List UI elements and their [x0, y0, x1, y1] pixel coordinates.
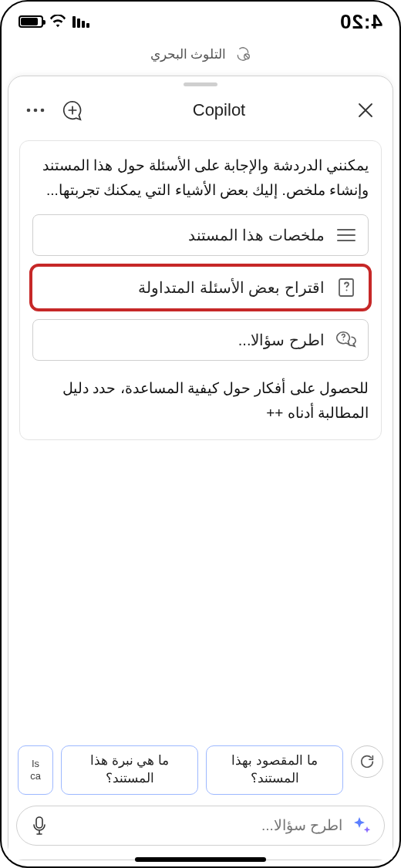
- copilot-sheet: Copilot يمكنني الدردشة والإجابة على الأس…: [8, 76, 393, 860]
- close-button[interactable]: [352, 97, 379, 123]
- svg-point-5: [346, 289, 348, 291]
- chat-question-icon: [335, 329, 357, 351]
- document-title: التلوث البحري: [150, 46, 227, 62]
- chat-input[interactable]: [59, 817, 342, 834]
- option-faq[interactable]: اقتراح بعض الأسئلة المتداولة: [32, 267, 369, 308]
- cellular-icon: [72, 15, 89, 28]
- new-chat-button[interactable]: [59, 97, 86, 123]
- clock: 4:20: [339, 10, 382, 34]
- question-doc-icon: [335, 277, 357, 298]
- suggestion-partial-top: Is: [30, 758, 41, 770]
- option-ask-label: اطرح سؤالا...: [44, 331, 325, 349]
- document-title-bar: التلوث البحري: [2, 39, 399, 69]
- option-summarize-label: ملخصات هذا المستند: [44, 226, 325, 244]
- more-button[interactable]: [22, 97, 49, 123]
- intro-card: يمكنني الدردشة والإجابة على الأسئلة حول …: [19, 140, 382, 440]
- suggestion-pill-tone[interactable]: ما هي نبرة هذا المستند؟: [61, 745, 198, 795]
- sheet-grabber[interactable]: [184, 82, 217, 86]
- svg-point-2: [34, 109, 38, 113]
- svg-rect-7: [36, 817, 42, 828]
- suggestion-partial-bottom: ca: [30, 770, 41, 782]
- option-summarize[interactable]: ملخصات هذا المستند: [32, 214, 369, 256]
- bottom-area: Is ca ما هي نبرة هذا المستند؟ ما المقصود…: [8, 736, 393, 860]
- sync-off-icon: [235, 46, 251, 62]
- suggestion-pill-tone-label: ما هي نبرة هذا المستند؟: [71, 752, 188, 788]
- suggestion-pill-partial[interactable]: Is ca: [18, 745, 53, 795]
- svg-point-3: [41, 109, 45, 113]
- suggestion-pill-about-label: ما المقصود بهذا المستند؟: [216, 752, 333, 788]
- option-faq-label: اقتراح بعض الأسئلة المتداولة: [44, 278, 325, 297]
- battery-icon: [19, 15, 43, 28]
- copilot-header: Copilot: [8, 93, 393, 134]
- chat-input-bar: [16, 806, 385, 846]
- intro-text: يمكنني الدردشة والإجابة على الأسئلة حول …: [32, 153, 369, 204]
- suggestion-row: Is ca ما هي نبرة هذا المستند؟ ما المقصود…: [16, 742, 385, 806]
- wifi-icon: [49, 15, 66, 29]
- phone-frame: 4:20 التلوث البحري: [0, 0, 401, 868]
- refresh-suggestions-button[interactable]: [351, 745, 383, 778]
- suggestion-pill-about[interactable]: ما المقصود بهذا المستند؟: [206, 745, 343, 795]
- list-icon: [335, 224, 357, 246]
- copilot-spark-icon[interactable]: [350, 814, 373, 837]
- home-indicator[interactable]: [135, 857, 266, 862]
- mic-button[interactable]: [28, 814, 51, 837]
- copilot-title: Copilot: [193, 100, 245, 120]
- status-bar: 4:20: [2, 2, 399, 39]
- option-ask[interactable]: اطرح سؤالا...: [32, 319, 369, 361]
- svg-point-1: [27, 109, 31, 113]
- footer-text: للحصول على أفكار حول كيفية المساعدة، حدد…: [32, 376, 369, 426]
- svg-point-6: [342, 339, 344, 341]
